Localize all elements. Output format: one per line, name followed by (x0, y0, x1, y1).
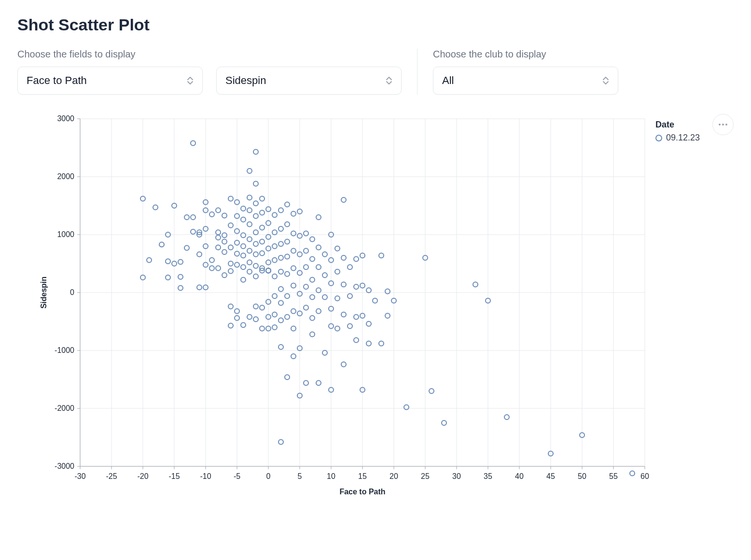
svg-point-279 (366, 288, 371, 293)
svg-point-152 (247, 222, 252, 226)
svg-point-267 (341, 362, 346, 367)
svg-point-148 (241, 322, 246, 327)
svg-text:25: 25 (421, 472, 430, 480)
svg-text:55: 55 (609, 472, 618, 480)
svg-point-114 (209, 258, 214, 263)
svg-point-117 (216, 230, 221, 235)
svg-point-193 (272, 274, 277, 279)
svg-point-147 (241, 278, 246, 282)
svg-point-297 (630, 471, 635, 476)
chevron-updown-icon (602, 76, 609, 85)
ellipsis-icon (718, 123, 728, 126)
svg-point-129 (228, 261, 233, 266)
svg-point-160 (253, 201, 258, 206)
svg-point-243 (316, 215, 321, 220)
svg-point-132 (228, 323, 233, 328)
svg-point-164 (253, 252, 258, 257)
svg-text:-10: -10 (200, 472, 211, 480)
svg-point-264 (341, 255, 346, 260)
svg-point-268 (348, 265, 352, 269)
svg-point-260 (335, 269, 340, 274)
svg-point-221 (291, 326, 296, 331)
legend-item[interactable]: 09.12.23 (655, 133, 700, 143)
svg-point-247 (316, 308, 321, 313)
svg-point-154 (247, 249, 252, 253)
svg-point-192 (272, 258, 277, 263)
svg-point-272 (354, 284, 359, 289)
svg-point-273 (354, 314, 359, 319)
svg-point-250 (322, 273, 327, 278)
select-x-field[interactable]: Face to Path (17, 67, 203, 95)
svg-point-207 (285, 202, 290, 207)
svg-point-166 (253, 274, 258, 279)
svg-text:-2000: -2000 (55, 404, 74, 412)
svg-point-89 (159, 242, 164, 247)
svg-point-177 (260, 326, 264, 331)
svg-point-196 (272, 325, 277, 330)
svg-text:35: 35 (484, 472, 492, 480)
svg-point-115 (209, 266, 214, 271)
svg-point-205 (278, 345, 283, 350)
svg-point-233 (304, 265, 308, 269)
svg-text:-20: -20 (137, 472, 148, 480)
svg-point-122 (222, 213, 227, 218)
svg-point-263 (341, 197, 346, 202)
svg-text:-25: -25 (106, 472, 117, 480)
svg-point-130 (228, 269, 233, 274)
svg-point-274 (354, 337, 359, 342)
svg-point-176 (260, 305, 264, 310)
svg-point-173 (260, 251, 264, 255)
svg-point-212 (285, 294, 290, 298)
svg-point-119 (216, 266, 221, 271)
svg-point-202 (278, 287, 283, 292)
svg-point-189 (272, 212, 277, 217)
svg-point-96 (178, 275, 183, 280)
svg-point-236 (304, 380, 308, 385)
svg-point-2 (725, 124, 727, 126)
svg-text:30: 30 (452, 472, 461, 480)
svg-text:-30: -30 (74, 472, 85, 480)
svg-point-159 (253, 181, 258, 186)
chevron-updown-icon (386, 76, 392, 85)
svg-point-286 (385, 313, 390, 318)
svg-point-219 (291, 283, 296, 288)
svg-point-120 (216, 235, 221, 240)
svg-point-102 (191, 215, 195, 220)
svg-point-231 (304, 231, 308, 236)
svg-point-208 (285, 222, 290, 226)
legend: Date 09.12.23 (655, 120, 700, 143)
svg-point-215 (291, 211, 296, 216)
svg-text:20: 20 (389, 472, 398, 480)
svg-point-291 (442, 420, 446, 425)
svg-point-100 (191, 229, 195, 234)
svg-point-172 (260, 239, 264, 244)
svg-point-195 (272, 312, 277, 317)
legend-item-label: 09.12.23 (666, 133, 700, 143)
svg-point-106 (197, 285, 202, 290)
more-options-button[interactable] (712, 114, 734, 135)
fields-label: Choose the fields to display (17, 49, 402, 60)
svg-point-150 (247, 195, 252, 200)
svg-point-282 (373, 298, 377, 303)
svg-point-131 (228, 304, 233, 309)
select-club[interactable]: All (433, 67, 618, 95)
svg-text:0: 0 (266, 472, 271, 480)
scatter-plot: -30-25-20-15-10-505101520253035404550556… (37, 114, 654, 500)
svg-point-204 (278, 318, 283, 323)
svg-point-1 (722, 124, 724, 126)
svg-point-245 (316, 265, 321, 269)
select-y-field[interactable]: Sidespin (216, 67, 402, 95)
svg-point-167 (253, 304, 258, 309)
svg-point-0 (719, 124, 721, 126)
svg-point-101 (191, 140, 195, 145)
svg-text:15: 15 (358, 472, 367, 480)
svg-point-237 (310, 237, 315, 242)
svg-point-218 (291, 266, 296, 271)
svg-point-246 (316, 288, 321, 293)
svg-point-87 (147, 258, 152, 263)
svg-text:-3000: -3000 (55, 462, 74, 470)
svg-point-292 (473, 282, 478, 287)
svg-point-261 (335, 296, 340, 301)
svg-point-288 (404, 405, 409, 410)
svg-point-198 (278, 226, 283, 231)
